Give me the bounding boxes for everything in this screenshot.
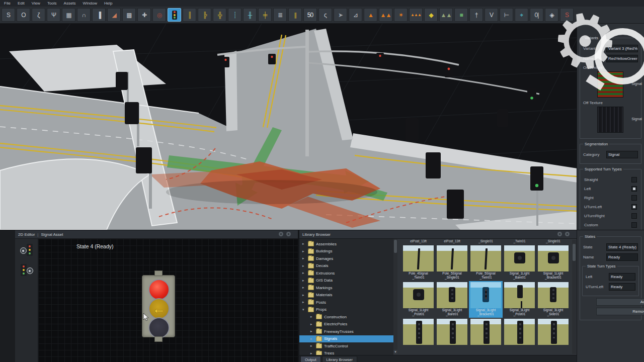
menu-item-assets[interactable]: Assets [64,1,76,6]
tree-item-materials[interactable]: ▸Materials [299,292,397,299]
junction-tool-icon[interactable]: Ψ [47,8,60,22]
chevron-right-icon[interactable]: ▸ [302,242,306,246]
on-texture-thumbnail[interactable] [597,71,623,98]
highway-tool-icon[interactable]: ▦ [62,8,75,22]
state-name-field[interactable]: Ready [606,253,638,261]
corner-road-tool-icon[interactable]: ◢ [107,8,121,22]
terrain-tool-icon[interactable]: ▲▲ [439,8,453,22]
asset-signal_3light_side01[interactable]: Signal_3Light_Side01 [536,281,570,318]
asset-pole_5signal_twin01[interactable]: Pole_5Signal_Twin01 [469,244,503,281]
lane-cut-tool-icon[interactable]: ╬ [213,8,226,22]
post-tool-icon[interactable]: † [469,8,483,22]
menu-item-edit[interactable]: Edit [18,1,25,6]
speed-sign-tool-icon[interactable]: 50 [303,8,317,22]
direction-arrow-tool-icon[interactable]: ➤ [334,8,347,22]
chevron-right-icon[interactable]: ▸ [302,300,306,304]
asset-signal_1light_bare01[interactable]: Signal_1Light_Bare01 [503,244,536,281]
chevron-right-icon[interactable]: ▸ [302,271,306,275]
diamond-sign-tool-icon[interactable]: ◆ [424,8,438,22]
elevation-tool-icon[interactable]: ⊿ [349,8,362,22]
tree-item-markings[interactable]: ▸Markings [299,284,397,292]
tree-item-trees[interactable]: ▸Trees [299,350,397,355]
menu-item-file[interactable]: File [4,1,11,6]
chevron-right-icon[interactable]: ▸ [302,249,306,253]
camera-sphere-icon[interactable]: ◎ [152,8,166,22]
turn-type-checkbox-uturnleft[interactable] [631,204,637,210]
lane-width-tool-icon[interactable]: ╪ [258,8,272,22]
tree-item-electricpoles[interactable]: ▸ElectricPoles [299,321,397,328]
camera-tool-icon[interactable]: ◈ [545,8,558,22]
asset-partial[interactable] [469,318,503,346]
asset-partial[interactable] [401,318,435,346]
scrollbar-thumb[interactable] [394,240,397,253]
chevron-right-icon[interactable]: ▸ [310,322,314,326]
lane-marking-tool-icon[interactable]: ╫ [243,8,257,22]
chevron-right-icon[interactable]: ▸ [302,264,306,268]
tree-item-assemblies[interactable]: ▸Assemblies [299,240,397,248]
grid-scrollbar[interactable] [572,240,576,354]
tree-item-extrusions[interactable]: ▸Extrusions [299,269,397,277]
signal-state-next-tool[interactable] [20,263,33,278]
menu-item-view[interactable]: View [32,1,40,6]
chevron-right-icon[interactable]: ▸ [302,286,306,290]
turn-type-checkbox-custom[interactable] [631,222,637,228]
tree-item-posts[interactable]: ▸Posts [299,299,397,306]
curve-road-tool-icon[interactable]: ζ [32,8,45,22]
cone-row-tool-icon[interactable]: ▲▲▲ [409,8,423,22]
asset-partial[interactable] [503,318,536,346]
off-light[interactable] [148,317,170,338]
asset-signal_3light_post01[interactable]: Signal_3Light_Post01 [503,281,536,318]
stopline-tool-icon[interactable]: ∥ [288,8,302,22]
surface-patch-tool-icon[interactable]: ■ [454,8,468,22]
asset-partial[interactable] [435,318,469,346]
asset-signal_3light_bare01[interactable]: Signal_3Light_Bare01 [435,281,469,318]
panel-float-button[interactable] [565,232,570,236]
tree-item-freewaytrusses[interactable]: ▸FreewayTrusses [299,328,397,335]
logo-s-icon[interactable]: S [560,8,574,22]
signal-head-preview[interactable]: ← [142,275,175,337]
tree-item-signals[interactable]: ▸Signals [299,335,397,343]
chevron-right-icon[interactable]: ▸ [310,351,314,355]
lane-add-tool-icon[interactable]: ╠ [198,8,211,22]
prop-tool-icon[interactable]: ✚ [137,8,151,22]
chevron-down-icon[interactable]: ▾ [302,308,306,312]
chevron-right-icon[interactable]: ▸ [310,337,314,341]
cone-spin-tool-icon[interactable]: ✶ [394,8,408,22]
lane-tool-icon[interactable]: ║ [183,8,196,22]
road-chain-tool-icon[interactable]: ς [318,8,332,22]
chevron-right-icon[interactable]: ▸ [302,279,306,283]
state-remove-button[interactable]: Remove [596,308,644,315]
bridge-tool-icon[interactable]: ∩ [77,8,91,22]
signal-editor-canvas[interactable]: State 4 (Ready) ← [38,239,298,362]
chevron-right-icon[interactable]: ▸ [302,293,306,297]
turn-type-checkbox-right[interactable] [631,195,637,201]
variant-dropdown[interactable]: Variant 3 (RedYellowGreen Left) [606,45,638,52]
tab-output[interactable]: Output [300,356,321,362]
state-turn-dropdown-uturnleft[interactable]: Ready [609,283,635,291]
asset-partial[interactable] [536,318,570,346]
chevron-right-icon[interactable]: ▸ [310,344,314,348]
scrollbar-thumb[interactable] [573,244,576,261]
panel-gear-button[interactable] [279,232,283,236]
off-texture-thumbnail[interactable] [597,107,623,133]
tree-item-buildings[interactable]: ▸Buildings [299,248,397,255]
asset-pole_4signal_twin01[interactable]: Pole_4Signal_Twin01 [401,244,435,281]
cone-tool-icon[interactable]: ▲ [364,8,377,22]
median-tool-icon[interactable]: ▐ [92,8,106,22]
asset-pole_5signal_single01[interactable]: Pole_5Signal_Single01 [435,244,469,281]
crosswalk-tool-icon[interactable]: ≣ [273,8,287,22]
asset-signal_3light_bracket01[interactable]: Signal_3Light_Bracket01 [469,281,503,318]
app-logo-icon[interactable]: S [2,8,15,22]
asset-signal_1light_bracket01[interactable]: Signal_1Light_Bracket01 [536,244,570,281]
roundabout-tool-icon[interactable]: O [17,8,30,22]
asset-signal_1light_post01[interactable]: Signal_1Light_Post01 [401,281,435,318]
chevron-right-icon[interactable]: ▸ [302,256,306,260]
menu-item-window[interactable]: Window [83,1,97,6]
panel-gear-button[interactable] [557,232,562,236]
viewport-3d[interactable] [0,24,577,230]
marker-01-tool-icon[interactable]: 0| [530,8,543,22]
chevron-right-icon[interactable]: ▸ [310,329,314,333]
state-turn-dropdown-left[interactable]: Ready [609,273,635,281]
tree-item-gis-data[interactable]: ▸GIS Data [299,277,397,285]
menu-item-tools[interactable]: Tools [47,1,57,6]
